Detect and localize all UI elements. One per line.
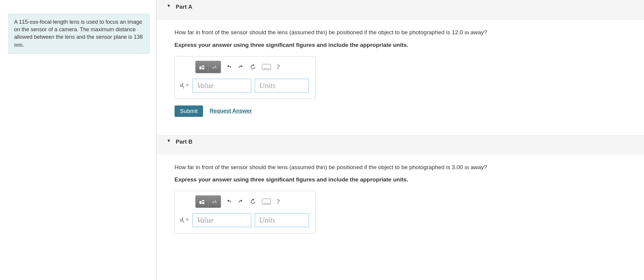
symbols-icon: μÅ bbox=[213, 200, 217, 203]
value-input[interactable] bbox=[193, 213, 251, 227]
part-b-q-unit: m bbox=[464, 164, 469, 170]
reset-icon bbox=[250, 198, 256, 205]
part-b-body: How far in front of the sensor should th… bbox=[156, 155, 644, 234]
part-a-q-unit: m bbox=[464, 29, 469, 35]
symbols-icon: μÅ bbox=[213, 65, 217, 69]
redo-button[interactable] bbox=[235, 196, 247, 208]
reset-button[interactable] bbox=[247, 61, 259, 73]
submit-button[interactable]: Submit bbox=[175, 105, 203, 117]
symbols-button[interactable]: μÅ bbox=[208, 61, 221, 73]
value-input[interactable] bbox=[193, 79, 251, 93]
undo-icon bbox=[226, 198, 232, 205]
problem-text-0: A 115- bbox=[14, 19, 30, 25]
part-a-answer-box: μÅ ? bbox=[175, 56, 316, 99]
problem-statement: A 115-mm-focal-length lens is used to fo… bbox=[8, 14, 150, 54]
problem-text-2: . bbox=[23, 42, 24, 48]
problem-unit-0: mm bbox=[30, 19, 38, 25]
units-input[interactable] bbox=[255, 79, 309, 93]
help-button[interactable]: ? bbox=[272, 196, 284, 208]
reset-button[interactable] bbox=[247, 196, 259, 208]
undo-icon bbox=[226, 64, 232, 70]
redo-icon bbox=[238, 64, 244, 70]
redo-button[interactable] bbox=[235, 61, 247, 73]
part-b-variable-label: di = bbox=[180, 216, 189, 224]
keyboard-button[interactable] bbox=[262, 199, 271, 205]
part-a-input-row: di = bbox=[180, 79, 310, 93]
keyboard-button[interactable] bbox=[262, 64, 271, 70]
part-b-answer-box: μÅ ? bbox=[175, 191, 316, 233]
part-a-question: How far in front of the sensor should th… bbox=[175, 28, 632, 37]
templates-button[interactable] bbox=[196, 196, 208, 208]
undo-button[interactable] bbox=[223, 61, 235, 73]
part-b-instruction: Express your answer using three signific… bbox=[175, 176, 632, 183]
part-a-variable-label: di = bbox=[180, 82, 189, 90]
redo-icon bbox=[238, 198, 244, 205]
units-input[interactable] bbox=[255, 213, 309, 227]
part-b-header[interactable]: ▼ Part B bbox=[156, 135, 644, 155]
templates-icon bbox=[199, 199, 204, 204]
var-sub: i bbox=[183, 84, 184, 89]
chevron-down-icon: ▼ bbox=[167, 138, 171, 143]
part-a-q-pre: How far in front of the sensor should th… bbox=[175, 29, 464, 35]
part-b-q-pre: How far in front of the sensor should th… bbox=[175, 164, 464, 170]
part-a-header[interactable]: ▼ Part A bbox=[156, 0, 644, 20]
var-sub: i bbox=[183, 219, 184, 224]
var-base: d bbox=[180, 216, 183, 223]
help-button[interactable]: ? bbox=[272, 61, 284, 73]
part-a-instruction: Express your answer using three signific… bbox=[175, 42, 632, 48]
var-base: d bbox=[180, 82, 183, 88]
part-b-question: How far in front of the sensor should th… bbox=[175, 163, 632, 172]
chevron-down-icon: ▼ bbox=[167, 3, 171, 8]
part-b-input-row: di = bbox=[180, 213, 310, 227]
reset-icon bbox=[250, 64, 256, 70]
templates-button[interactable] bbox=[196, 61, 208, 73]
request-answer-link[interactable]: Request Answer bbox=[210, 108, 252, 114]
toolbar-templates-group: μÅ bbox=[195, 195, 221, 208]
part-a-body: How far in front of the sensor should th… bbox=[156, 20, 644, 129]
part-b-q-post: away? bbox=[469, 164, 487, 170]
part-b-title: Part B bbox=[176, 138, 193, 145]
part-b-toolbar: μÅ ? bbox=[195, 195, 310, 208]
problem-unit-1: mm bbox=[14, 42, 23, 48]
part-a-toolbar: μÅ ? bbox=[195, 61, 310, 73]
symbols-button[interactable]: μÅ bbox=[208, 196, 221, 208]
undo-button[interactable] bbox=[223, 196, 235, 208]
toolbar-templates-group: μÅ bbox=[195, 61, 221, 73]
part-a-button-row: Submit Request Answer bbox=[175, 105, 632, 117]
part-a-title: Part A bbox=[176, 4, 192, 10]
part-a-q-post: away? bbox=[469, 29, 487, 35]
templates-icon bbox=[199, 65, 204, 69]
